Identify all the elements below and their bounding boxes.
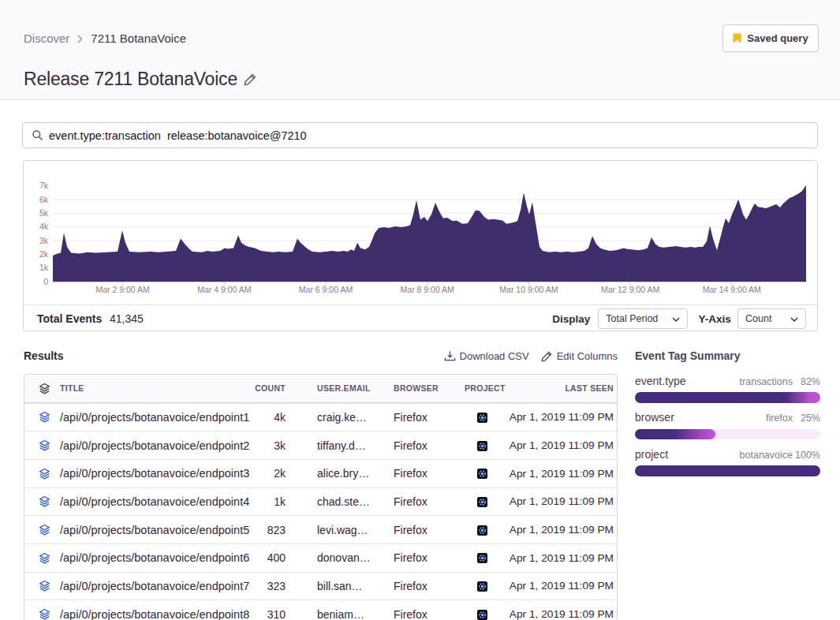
svg-text:3k: 3k bbox=[39, 236, 49, 245]
svg-text:Mar 2 9:00 AM: Mar 2 9:00 AM bbox=[95, 285, 149, 294]
svg-text:Mar 10 9:00 AM: Mar 10 9:00 AM bbox=[499, 285, 558, 294]
svg-text:1k: 1k bbox=[39, 263, 49, 272]
svg-text:Mar 8 9:00 AM: Mar 8 9:00 AM bbox=[401, 285, 454, 294]
svg-text:Mar 12 9:00 AM: Mar 12 9:00 AM bbox=[601, 285, 659, 294]
svg-text:4k: 4k bbox=[39, 222, 49, 231]
svg-text:Mar 4 9:00 AM: Mar 4 9:00 AM bbox=[197, 285, 251, 294]
svg-text:2k: 2k bbox=[39, 249, 49, 259]
svg-text:5k: 5k bbox=[39, 208, 49, 218]
svg-text:6k: 6k bbox=[39, 195, 49, 204]
svg-text:Mar 6 9:00 AM: Mar 6 9:00 AM bbox=[299, 285, 353, 294]
svg-text:7k: 7k bbox=[39, 181, 49, 190]
svg-text:0: 0 bbox=[43, 277, 48, 286]
svg-text:Mar 14 9:00 AM: Mar 14 9:00 AM bbox=[703, 285, 761, 294]
